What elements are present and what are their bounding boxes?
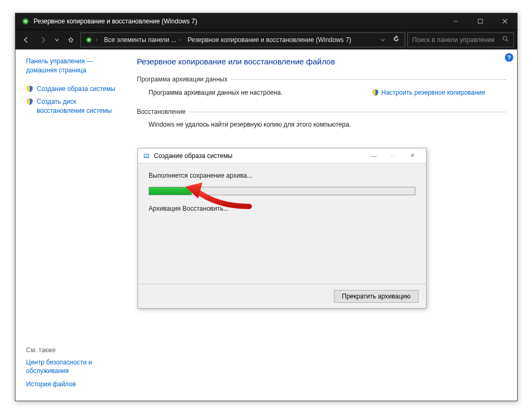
address-bar[interactable]: › Все элементы панели ...› Резервное коп…	[80, 32, 405, 47]
dialog-title: Создание образа системы	[154, 152, 364, 160]
dialog-titlebar: Создание образа системы — □ ✕	[138, 148, 426, 163]
close-button[interactable]	[493, 13, 517, 29]
svg-text:?: ?	[508, 54, 511, 61]
svg-point-6	[503, 36, 507, 40]
back-button[interactable]	[19, 32, 34, 47]
refresh-button[interactable]	[389, 35, 404, 44]
file-history-link[interactable]: История файлов	[26, 380, 122, 389]
dialog-maximize-button: □	[383, 150, 403, 162]
navbar: › Все элементы панели ...› Резервное коп…	[15, 29, 517, 49]
sidebar-create-disc-link[interactable]: Создать диск восстановления системы	[37, 97, 120, 115]
progress-bar	[149, 187, 415, 195]
restore-group: Восстановление Windows не удалось найти …	[137, 108, 506, 131]
forward-button[interactable]	[36, 32, 51, 47]
minimize-button[interactable]	[444, 13, 468, 29]
backup-status-text: Программа архивации данных не настроена.	[149, 89, 283, 96]
security-center-link[interactable]: Центр безопасности и обслуживания	[26, 358, 122, 376]
sidebar-home-link[interactable]: Панель управления — домашняя страница	[26, 57, 120, 75]
titlebar: Резервное копирование и восстановление (…	[15, 13, 517, 29]
up-button[interactable]	[63, 32, 78, 47]
page-heading: Резервное копирование или восстановление…	[137, 57, 506, 66]
shield-icon	[26, 85, 34, 93]
search-placeholder: Поиск в панели управления	[412, 36, 495, 44]
system-image-dialog: Создание образа системы — □ ✕ Выполняетс…	[137, 148, 427, 309]
dialog-message: Выполняется сохранение архива...	[149, 172, 415, 179]
dialog-icon	[142, 152, 151, 160]
search-icon	[502, 36, 509, 44]
recent-button[interactable]	[53, 32, 61, 47]
breadcrumb-2[interactable]: Резервное копирование и восстановление (…	[187, 36, 351, 44]
shield-icon	[372, 89, 379, 96]
sidebar: Панель управления — домашняя страница Со…	[15, 49, 126, 401]
sidebar-create-image-link[interactable]: Создание образа системы	[37, 85, 115, 94]
svg-rect-2	[478, 19, 482, 23]
dialog-close-button[interactable]: ✕	[403, 150, 422, 162]
window-title: Резервное копирование и восстановление (…	[34, 18, 444, 25]
cancel-backup-button[interactable]: Прекратить архивацию	[334, 290, 419, 303]
see-also-label: См. также	[26, 346, 122, 354]
breadcrumb-1[interactable]: Все элементы панели ...	[104, 36, 176, 44]
backup-group-title: Программа архивации данных	[137, 76, 231, 83]
app-icon	[21, 16, 30, 26]
dialog-minimize-button[interactable]: —	[364, 150, 383, 162]
svg-rect-11	[144, 154, 149, 157]
progress-fill	[149, 187, 192, 195]
restore-group-title: Восстановление	[137, 108, 189, 115]
restore-status-text: Windows не удалось найти резервную копию…	[149, 121, 351, 128]
dialog-status: Архивация Восстановить...	[149, 205, 415, 212]
search-input[interactable]: Поиск в панели управления	[407, 32, 514, 47]
help-icon[interactable]: ?	[504, 53, 514, 62]
maximize-button[interactable]	[468, 13, 493, 29]
svg-line-7	[506, 40, 508, 42]
backup-group: Программа архивации данных Программа арх…	[137, 76, 506, 99]
shield-icon	[26, 98, 34, 105]
configure-backup-link[interactable]: Настроить резервное копирование	[372, 88, 485, 96]
